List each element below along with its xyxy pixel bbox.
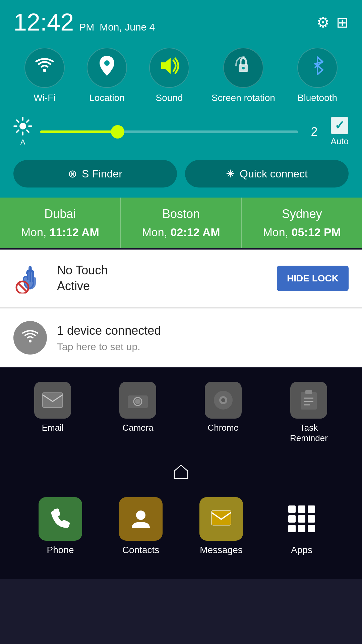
dubai-city: Dubai — [7, 207, 114, 221]
clock-dubai[interactable]: Dubai Mon, 11:12 AM — [0, 198, 121, 248]
wifi-toggle[interactable]: Wi-Fi — [24, 48, 65, 103]
bluetooth-icon — [310, 56, 325, 80]
svg-line-16 — [27, 130, 29, 132]
no-touch-notification: No TouchActive HIDE LOCK — [0, 250, 362, 308]
quick-connect-label: Quick connect — [240, 168, 308, 180]
wifi-icon — [35, 58, 55, 78]
svg-line-18 — [17, 130, 19, 132]
s-finder-button[interactable]: ⊗ S Finder — [13, 160, 177, 187]
wifi-label: Wi-Fi — [34, 93, 55, 103]
svg-rect-22 — [43, 393, 63, 408]
grid-icon[interactable]: ⊞ — [336, 14, 349, 31]
svg-point-10 — [19, 123, 26, 129]
camera-icon — [119, 382, 156, 419]
rotation-icon — [233, 56, 253, 80]
phone-icon — [39, 497, 82, 541]
svg-rect-29 — [301, 392, 317, 410]
app-shortcuts: Email Camera Chrome — [10, 382, 352, 443]
notifications-area: No TouchActive HIDE LOCK 1 device connec… — [0, 250, 362, 367]
hide-lock-button[interactable]: HIDE LOCK — [277, 266, 349, 291]
bottom-dock: Phone Contacts Messages — [10, 490, 352, 572]
brightness-fill — [40, 130, 118, 133]
time-ampm: PM — [79, 21, 94, 33]
boston-city: Boston — [128, 207, 235, 221]
task-reminder-icon — [290, 382, 327, 419]
apps-dock[interactable]: Apps — [280, 497, 323, 555]
device-connected-text: 1 device connected Tap here to set up. — [57, 323, 349, 353]
bluetooth-toggle[interactable]: Bluetooth — [297, 48, 338, 103]
sound-circle — [149, 48, 189, 88]
chrome-label: Chrome — [208, 423, 239, 433]
location-circle — [87, 48, 127, 88]
time-block: 12:42 PM Mon, June 4 — [13, 10, 155, 34]
quick-toggles: Wi-Fi Location — [13, 48, 349, 103]
svg-marker-34 — [174, 465, 188, 479]
settings-icon[interactable]: ⚙ — [316, 14, 329, 31]
device-connected-title: 1 device connected — [57, 323, 349, 339]
email-icon — [34, 382, 71, 419]
device-connected-subtitle: Tap here to set up. — [57, 341, 349, 353]
contacts-label: Contacts — [122, 545, 160, 555]
svg-rect-41 — [288, 515, 296, 523]
messages-label: Messages — [200, 545, 243, 555]
no-touch-title: No TouchActive — [57, 263, 267, 294]
svg-line-17 — [27, 120, 29, 122]
contacts-dock[interactable]: Contacts — [119, 497, 163, 555]
rotation-label: Screen rotation — [212, 93, 275, 103]
phone-dock[interactable]: Phone — [39, 497, 82, 555]
chrome-icon — [205, 382, 242, 419]
brightness-row: A 2 ✓ Auto — [13, 117, 349, 147]
svg-point-0 — [43, 69, 46, 72]
auto-brightness[interactable]: ✓ Auto — [331, 117, 349, 147]
location-toggle[interactable]: Location — [87, 48, 127, 103]
svg-rect-42 — [298, 515, 305, 523]
svg-rect-45 — [298, 525, 305, 532]
svg-line-15 — [17, 120, 19, 122]
sound-label: Sound — [156, 93, 183, 103]
camera-label: Camera — [122, 423, 153, 433]
brightness-slider[interactable] — [40, 130, 298, 133]
home-button-icon — [173, 464, 189, 480]
sydney-time: Mon, 05:12 PM — [248, 226, 355, 239]
task-reminder-shortcut[interactable]: Task Reminder — [290, 382, 328, 443]
wifi-circle — [24, 48, 65, 88]
svg-point-21 — [29, 340, 32, 342]
brightness-icon: A — [13, 117, 32, 147]
chrome-shortcut[interactable]: Chrome — [205, 382, 242, 443]
brightness-value: 2 — [306, 125, 323, 139]
phone-label: Phone — [47, 545, 74, 555]
svg-rect-30 — [305, 390, 312, 394]
svg-marker-2 — [161, 58, 171, 74]
clock-sydney[interactable]: Sydney Mon, 05:12 PM — [242, 198, 362, 248]
task-reminder-label: Task Reminder — [290, 423, 328, 443]
status-bar: 12:42 PM Mon, June 4 ⚙ ⊞ — [13, 10, 349, 34]
messages-icon — [199, 497, 243, 541]
s-finder-label: S Finder — [82, 168, 122, 180]
wifi-notif-icon-container — [13, 321, 47, 355]
auto-label: Auto — [331, 136, 349, 147]
sound-toggle[interactable]: Sound — [149, 48, 189, 103]
screen-rotation-toggle[interactable]: Screen rotation — [212, 48, 275, 103]
messages-dock[interactable]: Messages — [199, 497, 243, 555]
device-connected-notification[interactable]: 1 device connected Tap here to set up. — [0, 309, 362, 367]
svg-point-35 — [136, 511, 145, 520]
clock-boston[interactable]: Boston Mon, 02:12 AM — [121, 198, 242, 248]
camera-shortcut[interactable]: Camera — [119, 382, 156, 443]
home-screen: Email Camera Chrome — [0, 368, 362, 579]
quick-connect-icon: ✳ — [226, 167, 235, 180]
bluetooth-label: Bluetooth — [298, 93, 337, 103]
svg-point-1 — [104, 60, 110, 66]
svg-line-6 — [317, 57, 323, 62]
svg-point-28 — [221, 398, 225, 402]
s-finder-icon: ⊗ — [68, 167, 77, 180]
quick-connect-button[interactable]: ✳ Quick connect — [185, 160, 349, 187]
svg-rect-38 — [288, 505, 296, 513]
home-indicator — [10, 453, 352, 490]
sydney-city: Sydney — [248, 207, 355, 221]
svg-point-25 — [135, 399, 140, 404]
svg-rect-44 — [288, 525, 296, 532]
email-shortcut[interactable]: Email — [34, 382, 71, 443]
email-label: Email — [42, 423, 64, 433]
sound-icon — [159, 57, 180, 78]
dubai-time: Mon, 11:12 AM — [7, 226, 114, 239]
